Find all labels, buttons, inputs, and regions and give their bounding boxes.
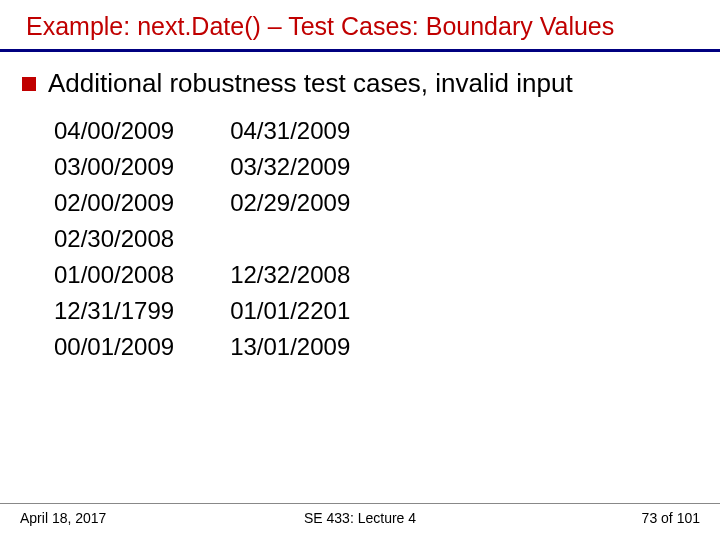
bullet-text: Additional robustness test cases, invali… bbox=[48, 68, 573, 99]
date-cell: 13/01/2009 bbox=[230, 329, 350, 365]
dates-grid: 04/00/2009 03/00/2009 02/00/2009 02/30/2… bbox=[0, 113, 720, 365]
dates-column-2: 04/31/2009 03/32/2009 02/29/2009 12/32/2… bbox=[230, 113, 350, 365]
footer-date: April 18, 2017 bbox=[20, 510, 106, 526]
date-cell: 12/32/2008 bbox=[230, 257, 350, 293]
footer-row: April 18, 2017 SE 433: Lecture 4 73 of 1… bbox=[0, 510, 720, 526]
footer-rule bbox=[0, 503, 720, 504]
slide: Example: next.Date() – Test Cases: Bound… bbox=[0, 0, 720, 540]
date-cell: 01/00/2008 bbox=[54, 257, 174, 293]
slide-footer: April 18, 2017 SE 433: Lecture 4 73 of 1… bbox=[0, 503, 720, 526]
bullet-square-icon bbox=[22, 77, 36, 91]
footer-center: SE 433: Lecture 4 bbox=[304, 510, 416, 526]
date-cell: 00/01/2009 bbox=[54, 329, 174, 365]
slide-title: Example: next.Date() – Test Cases: Bound… bbox=[0, 0, 720, 49]
date-cell: 12/31/1799 bbox=[54, 293, 174, 329]
date-cell: 03/32/2009 bbox=[230, 149, 350, 185]
date-cell: 01/01/2201 bbox=[230, 293, 350, 329]
date-cell: 04/31/2009 bbox=[230, 113, 350, 149]
date-cell: 04/00/2009 bbox=[54, 113, 174, 149]
dates-column-1: 04/00/2009 03/00/2009 02/00/2009 02/30/2… bbox=[54, 113, 174, 365]
date-cell: 03/00/2009 bbox=[54, 149, 174, 185]
date-cell: 02/00/2009 bbox=[54, 185, 174, 221]
title-underline bbox=[0, 49, 720, 52]
date-cell: 02/30/2008 bbox=[54, 221, 174, 257]
date-cell bbox=[230, 221, 350, 257]
bullet-item: Additional robustness test cases, invali… bbox=[0, 68, 720, 99]
footer-page: 73 of 101 bbox=[642, 510, 700, 526]
date-cell: 02/29/2009 bbox=[230, 185, 350, 221]
